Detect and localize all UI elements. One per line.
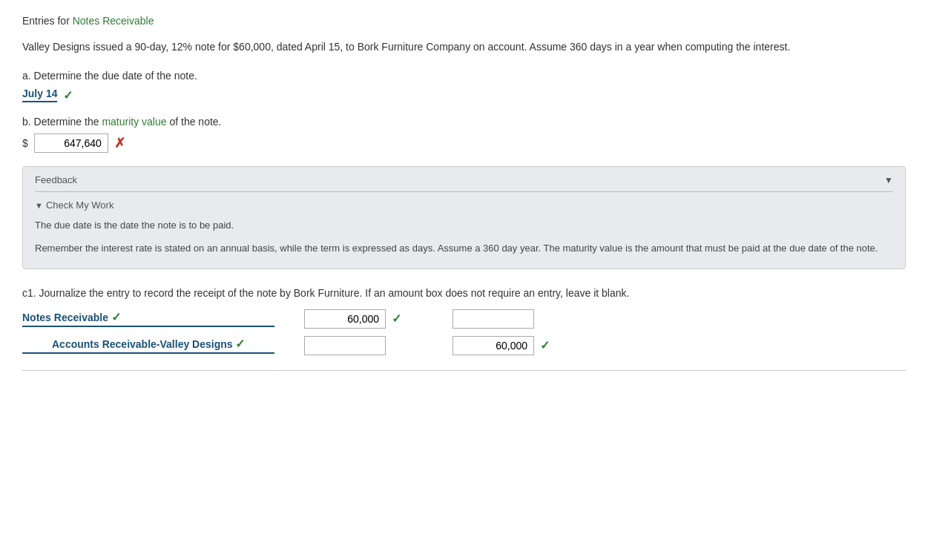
- check-my-work-row: ▼ Check My Work: [35, 200, 893, 211]
- row1-debit-area: ✓: [304, 309, 453, 329]
- feedback-label: Feedback: [35, 174, 77, 185]
- row2-account-check-icon: ✓: [235, 337, 245, 350]
- row2-credit-area: ✓: [453, 336, 601, 355]
- row1-credit-area: [453, 309, 601, 329]
- check-my-work-label: Check My Work: [46, 200, 114, 211]
- feedback-collapse-icon[interactable]: ▼: [884, 175, 893, 185]
- row2-credit-check-icon: ✓: [540, 338, 550, 352]
- row2-debit-input[interactable]: [304, 336, 386, 355]
- row2-debit-area: [304, 336, 453, 355]
- maturity-value-input[interactable]: [34, 134, 108, 153]
- feedback-line1: The due date is the date the note is to …: [35, 218, 893, 234]
- check-my-work-arrow-icon: ▼: [35, 201, 43, 210]
- page-title: Entries for Notes Receivable: [22, 15, 906, 27]
- question-b-answer-row: $ ✗: [22, 134, 906, 153]
- dollar-sign: $: [22, 137, 28, 149]
- question-a-label: a. Determine the due date of the note.: [22, 70, 906, 82]
- notes-receivable-link[interactable]: Notes Receivable: [73, 15, 154, 27]
- feedback-box: Feedback ▼ ▼ Check My Work The due date …: [22, 166, 906, 269]
- row1-debit-check-icon: ✓: [392, 312, 401, 326]
- question-b-cross-icon: ✗: [114, 135, 125, 151]
- maturity-value-text: maturity value: [102, 116, 166, 128]
- journal-row-1: Notes Receivable ✓ ✓: [22, 309, 906, 329]
- row1-account-check-icon: ✓: [111, 311, 121, 323]
- question-a-check-icon: ✓: [63, 88, 73, 102]
- feedback-line2: Remember the interest rate is stated on …: [35, 241, 893, 257]
- problem-description: Valley Designs issued a 90-day, 12% note…: [22, 39, 906, 55]
- journal-account-notes-receivable: Notes Receivable ✓: [22, 310, 274, 327]
- row2-credit-input[interactable]: [453, 336, 534, 355]
- row1-debit-input[interactable]: [304, 309, 386, 329]
- question-a-section: a. Determine the due date of the note. J…: [22, 70, 906, 102]
- c1-label: c1. Journalize the entry to record the r…: [22, 287, 906, 299]
- question-b-label: b. Determine the maturity value of the n…: [22, 116, 906, 128]
- journal-row-2: Accounts Receivable-Valley Designs ✓ ✓: [22, 336, 906, 355]
- question-a-answer-row: July 14 ✓: [22, 88, 906, 102]
- question-b-section: b. Determine the maturity value of the n…: [22, 116, 906, 153]
- feedback-header: Feedback ▼: [35, 174, 893, 192]
- row1-credit-input[interactable]: [453, 309, 534, 329]
- bottom-divider: [22, 370, 906, 371]
- question-a-answer: July 14: [22, 88, 57, 102]
- c1-section: c1. Journalize the entry to record the r…: [22, 287, 906, 355]
- feedback-content: The due date is the date the note is to …: [35, 218, 893, 257]
- journal-account-ar-valley: Accounts Receivable-Valley Designs ✓: [22, 337, 274, 354]
